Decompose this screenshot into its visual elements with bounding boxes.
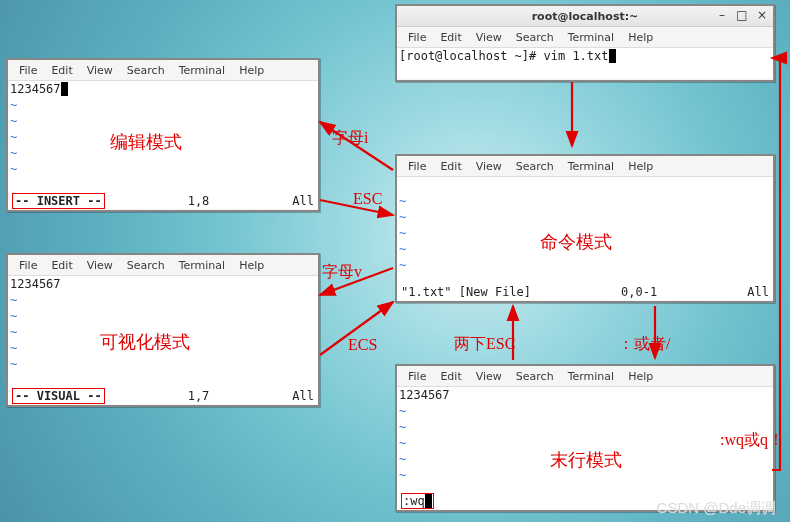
menu-view[interactable]: View [469,160,509,173]
menu-edit[interactable]: Edit [433,370,468,383]
menu-view[interactable]: View [80,64,120,77]
menu-terminal[interactable]: Terminal [172,259,233,272]
menu-search[interactable]: Search [120,259,172,272]
statusbar: -- INSERT -- 1,8 All [8,193,318,209]
buffer-content: 1234567 [10,82,61,96]
menu-view[interactable]: View [469,31,509,44]
menu-help[interactable]: Help [621,160,660,173]
menu-edit[interactable]: Edit [433,160,468,173]
terminal-body[interactable]: 1234567 ~~~ ~~ :wq [397,387,773,509]
svg-line-1 [320,122,393,170]
terminal-launch: root@localhost:~ – □ × File Edit View Se… [395,4,775,82]
window-controls[interactable]: – □ × [715,8,769,22]
label-esc: ESC [353,190,382,208]
menu-edit[interactable]: Edit [44,259,79,272]
menubar[interactable]: File Edit View Search Terminal Help [8,60,318,81]
label-colon-slash: ：或者/ [618,334,670,355]
label-letter-i: 字母i [332,128,368,149]
menu-help[interactable]: Help [621,370,660,383]
menu-help[interactable]: Help [232,64,271,77]
menu-edit[interactable]: Edit [433,31,468,44]
vim-mode-indicator: -- VISUAL -- [12,388,105,404]
buffer-content: 1234567 [10,277,61,291]
scroll-pos: All [747,285,769,299]
cursor-pos: 1,8 [188,194,210,208]
menubar[interactable]: File Edit View Search Terminal Help [397,366,773,387]
statusbar: -- VISUAL -- 1,7 All [8,388,318,404]
cursor-icon [609,49,616,63]
terminal-edit-mode: File Edit View Search Terminal Help 1234… [6,58,320,212]
maximize-icon[interactable]: □ [735,8,749,22]
watermark: CSDN @Dde调调 [657,499,776,518]
label-two-esc: 两下ESC [454,334,515,355]
scroll-pos: All [292,389,314,403]
cursor-pos: 1,7 [188,389,210,403]
menubar[interactable]: File Edit View Search Terminal Help [397,27,773,48]
terminal-lastline-mode: File Edit View Search Terminal Help 1234… [395,364,775,512]
label-ecs: ECS [348,336,377,354]
titlebar[interactable]: root@localhost:~ – □ × [397,6,773,27]
terminal-body[interactable]: 1234567 ~~~ ~~ -- INSERT -- 1,8 All [8,81,318,209]
svg-line-3 [320,268,393,295]
menu-file[interactable]: File [12,259,44,272]
menu-search[interactable]: Search [509,160,561,173]
menu-terminal[interactable]: Terminal [561,370,622,383]
window-title: root@localhost:~ [532,10,639,23]
menubar[interactable]: File Edit View Search Terminal Help [8,255,318,276]
menu-search[interactable]: Search [120,64,172,77]
menu-file[interactable]: File [401,160,433,173]
menu-help[interactable]: Help [621,31,660,44]
menu-file[interactable]: File [401,370,433,383]
svg-line-4 [320,302,393,355]
terminal-command-mode: File Edit View Search Terminal Help ~~~ … [395,154,775,303]
buffer-content: 1234567 [399,388,450,402]
menu-search[interactable]: Search [509,31,561,44]
menu-terminal[interactable]: Terminal [561,160,622,173]
menu-terminal[interactable]: Terminal [172,64,233,77]
vim-mode-indicator: -- INSERT -- [12,193,105,209]
menu-terminal[interactable]: Terminal [561,31,622,44]
menu-view[interactable]: View [80,259,120,272]
terminal-visual-mode: File Edit View Search Terminal Help 1234… [6,253,320,407]
menu-help[interactable]: Help [232,259,271,272]
menu-view[interactable]: View [469,370,509,383]
cursor-icon [425,494,432,508]
menu-search[interactable]: Search [509,370,561,383]
menu-file[interactable]: File [401,31,433,44]
terminal-body[interactable]: 1234567 ~~~ ~~ -- VISUAL -- 1,7 All [8,276,318,404]
terminal-body[interactable]: ~~~ ~~ "1.txt" [New File] 0,0-1 All [397,177,773,300]
lastline-cmd: :wq [401,493,434,509]
svg-line-2 [320,200,393,215]
cursor-icon [61,82,68,96]
minimize-icon[interactable]: – [715,8,729,22]
terminal-body[interactable]: [root@localhost ~]# vim 1.txt [397,48,773,78]
scroll-pos: All [292,194,314,208]
file-status: "1.txt" [New File] [401,285,531,299]
cursor-pos: 0,0-1 [621,285,657,299]
menubar[interactable]: File Edit View Search Terminal Help [397,156,773,177]
statusbar: "1.txt" [New File] 0,0-1 All [397,284,773,300]
menu-file[interactable]: File [12,64,44,77]
label-letter-v: 字母v [322,262,362,283]
shell-prompt: [root@localhost ~]# vim 1.txt [399,49,609,63]
close-icon[interactable]: × [755,8,769,22]
menu-edit[interactable]: Edit [44,64,79,77]
